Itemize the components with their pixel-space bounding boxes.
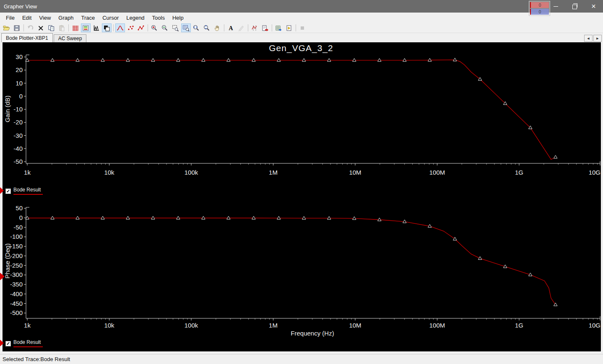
tab-scroll-left-button[interactable]: ◀ bbox=[584, 35, 593, 42]
line-icon bbox=[117, 25, 124, 31]
data-point-marker bbox=[327, 59, 331, 62]
menu-help[interactable]: Help bbox=[169, 13, 187, 23]
tab-scroll-right-button[interactable]: ▶ bbox=[593, 35, 602, 42]
legend-drag-overlay: 0 0 bbox=[529, 1, 550, 16]
y-tick-label: -200 bbox=[10, 252, 23, 259]
title-bar: Grapher View × 0 0 bbox=[0, 0, 603, 13]
scatter-plot-button[interactable] bbox=[126, 23, 135, 32]
restore-button[interactable] bbox=[565, 0, 584, 13]
edit-annotation-button[interactable] bbox=[237, 23, 246, 32]
menu-tools[interactable]: Tools bbox=[148, 13, 169, 23]
data-point-marker bbox=[353, 59, 356, 62]
toolbar-separator bbox=[23, 24, 24, 31]
cursors-icon bbox=[251, 25, 258, 31]
text-icon: A bbox=[227, 25, 234, 31]
edit-icon bbox=[238, 25, 245, 31]
toolbar: A bbox=[0, 23, 603, 33]
zoom-fit-button[interactable] bbox=[181, 23, 191, 32]
y-tick-label: -400 bbox=[10, 290, 23, 297]
open-file-button[interactable] bbox=[2, 23, 11, 32]
zoom-out-button[interactable] bbox=[160, 23, 170, 32]
tab-ac-sweep[interactable]: AC Sweep bbox=[54, 34, 87, 42]
delete-icon bbox=[37, 25, 44, 31]
save-button[interactable] bbox=[12, 23, 22, 32]
menu-view[interactable]: View bbox=[35, 13, 55, 23]
close-button[interactable]: × bbox=[584, 0, 603, 13]
data-point-marker bbox=[202, 59, 205, 62]
delete-button[interactable] bbox=[36, 23, 46, 32]
x-tick-label: 10k bbox=[104, 169, 114, 176]
menu-legend[interactable]: Legend bbox=[122, 13, 148, 23]
stop-button[interactable] bbox=[298, 23, 307, 32]
y-tick-label: 30 bbox=[16, 53, 23, 60]
close-icon: × bbox=[591, 3, 596, 10]
selected-trace-pointer-icon bbox=[0, 340, 4, 346]
window-controls: × bbox=[546, 0, 603, 13]
graph-properties-button[interactable] bbox=[91, 23, 101, 32]
y-tick-label: -30 bbox=[13, 132, 23, 139]
trace-visibility-checkbox[interactable]: ✓ bbox=[5, 341, 11, 346]
tab-bode-plotter-xbp1[interactable]: Bode Plotter-XBP1 bbox=[1, 33, 53, 42]
zoom-vertical-button[interactable] bbox=[202, 23, 212, 32]
show-legend-button[interactable] bbox=[81, 23, 91, 32]
zoom-horizontal-button[interactable] bbox=[192, 23, 201, 32]
export-labview-button[interactable] bbox=[284, 23, 294, 32]
legend-icon bbox=[82, 25, 89, 31]
export-graph-button[interactable] bbox=[260, 23, 270, 32]
line-plot-button[interactable] bbox=[115, 23, 125, 32]
copy-button[interactable] bbox=[47, 23, 56, 32]
menu-graph[interactable]: Graph bbox=[55, 13, 77, 23]
y-tick-label: -250 bbox=[10, 262, 23, 269]
overlay-row-label: 0 bbox=[539, 3, 541, 8]
zoom-area-button[interactable] bbox=[171, 23, 180, 32]
application-frame: Grapher View × 0 0 FileEditViewGraphTrac… bbox=[0, 0, 603, 364]
svg-text:A: A bbox=[229, 25, 233, 31]
restore-icon bbox=[572, 5, 577, 9]
line-points-plot-button[interactable] bbox=[136, 23, 146, 32]
selected-axis-pointer-icon bbox=[0, 273, 5, 280]
menu-edit[interactable]: Edit bbox=[18, 13, 35, 23]
data-point-marker bbox=[353, 217, 356, 219]
add-text-button[interactable]: A bbox=[226, 23, 236, 32]
menu-bar: FileEditViewGraphTraceCursorLegendToolsH… bbox=[0, 13, 603, 23]
export-excel-button[interactable] bbox=[274, 23, 283, 32]
menu-file[interactable]: File bbox=[2, 13, 18, 23]
overlay-row-phase: 0 bbox=[530, 9, 549, 15]
linepts-icon bbox=[138, 25, 145, 31]
zoom-in-button[interactable] bbox=[150, 23, 159, 32]
overlay-traces-button[interactable] bbox=[102, 23, 112, 32]
grapher-page: 1k10k100k1M10M100M1G10G3020100-10-20-30-… bbox=[0, 42, 603, 354]
y-tick-label: 10 bbox=[16, 80, 23, 87]
y-tick-label: -500 bbox=[10, 309, 23, 316]
chart-axes bbox=[26, 207, 600, 318]
toolbar-separator bbox=[224, 24, 224, 31]
chart-axes bbox=[26, 55, 600, 163]
show-grid-button[interactable] bbox=[70, 23, 80, 32]
undo-button[interactable] bbox=[26, 23, 35, 32]
trace-visibility-checkbox[interactable]: ✓ bbox=[5, 188, 11, 194]
data-point-marker bbox=[554, 155, 557, 158]
legend-label[interactable]: Bode Result bbox=[13, 339, 41, 345]
x-tick-label: 1G bbox=[515, 169, 523, 176]
menu-trace[interactable]: Trace bbox=[77, 13, 99, 23]
data-point-marker bbox=[378, 59, 381, 62]
show-cursors-button[interactable] bbox=[250, 23, 260, 32]
data-point-marker bbox=[101, 59, 104, 62]
paste-button[interactable] bbox=[57, 23, 67, 32]
labview-icon bbox=[286, 25, 293, 31]
toolbar-separator bbox=[272, 24, 272, 31]
y-tick-label: 0 bbox=[19, 93, 23, 100]
toolbar-separator bbox=[148, 24, 148, 31]
chart-title: Gen_VGA_3_2 bbox=[269, 43, 333, 53]
zoom-y-icon bbox=[203, 25, 211, 31]
pan-button[interactable] bbox=[213, 23, 222, 32]
bode-charts[interactable]: 1k10k100k1M10M100M1G10G3020100-10-20-30-… bbox=[0, 42, 603, 354]
copy-icon bbox=[48, 25, 55, 31]
toolbar-separator bbox=[68, 24, 69, 31]
legend-label[interactable]: Bode Result bbox=[13, 187, 41, 193]
overlay-icon bbox=[103, 25, 110, 31]
zoom-out-icon bbox=[161, 25, 169, 31]
menu-cursor[interactable]: Cursor bbox=[99, 13, 122, 23]
stop-icon bbox=[299, 25, 306, 31]
x-tick-label: 10k bbox=[104, 322, 114, 329]
